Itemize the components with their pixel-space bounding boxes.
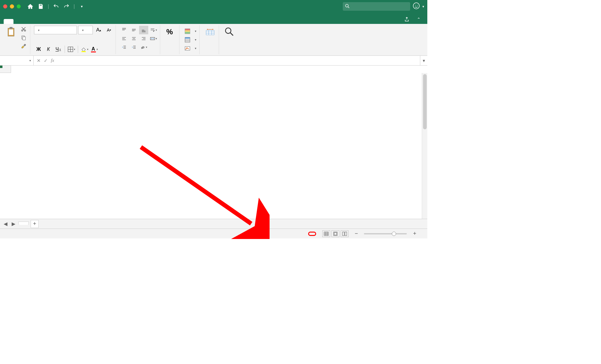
clipboard-icon [6, 26, 17, 37]
tab-review[interactable] [53, 19, 62, 24]
svg-rect-52 [206, 30, 214, 35]
merge-button[interactable] [149, 34, 158, 43]
decrease-indent-button[interactable] [119, 43, 129, 51]
undo-icon[interactable] [53, 3, 59, 10]
tab-view[interactable] [62, 19, 72, 24]
scissors-icon [21, 26, 26, 32]
tab-data[interactable] [43, 19, 53, 24]
fill-color-button[interactable] [80, 45, 89, 54]
status-sum [308, 232, 316, 236]
decrease-font-button[interactable]: A▾ [104, 26, 114, 34]
borders-button[interactable] [67, 45, 76, 54]
align-right-button[interactable] [139, 34, 148, 43]
tab-insert[interactable] [13, 19, 23, 24]
number-format-button[interactable]: % [164, 26, 177, 39]
maximize-window-button[interactable] [17, 4, 21, 9]
paste-button[interactable] [4, 26, 18, 39]
save-icon[interactable] [37, 3, 44, 10]
redo-icon[interactable] [63, 3, 70, 10]
font-name-combo[interactable]: ▾ [34, 26, 77, 34]
paintbrush-icon [21, 44, 26, 49]
cut-button[interactable] [20, 26, 27, 32]
status-bar: − + [0, 229, 427, 238]
expand-formula-bar-button[interactable]: ▾ [420, 56, 427, 65]
group-cells [202, 25, 219, 54]
zoom-out-button[interactable]: − [355, 230, 358, 237]
increase-indent-button[interactable] [129, 43, 138, 51]
user-menu-caret-icon[interactable]: ▾ [422, 5, 424, 9]
format-as-table-button[interactable] [183, 36, 198, 44]
increase-font-button[interactable]: A▴ [94, 26, 103, 34]
zoom-slider[interactable] [364, 233, 407, 234]
formula-input[interactable] [57, 58, 420, 63]
border-icon [68, 47, 73, 52]
fx-icon[interactable]: fx [51, 58, 54, 63]
accept-formula-button[interactable]: ✓ [44, 58, 48, 63]
paint-bucket-icon [81, 47, 86, 52]
vertical-scrollbar[interactable] [422, 73, 427, 219]
zoom-in-button[interactable]: + [413, 230, 416, 237]
font-size-combo[interactable]: ▾ [78, 26, 93, 34]
qat-customize-icon[interactable]: ▾ [78, 3, 85, 10]
editing-button[interactable] [223, 26, 236, 39]
bold-button[interactable]: Ж [34, 45, 43, 54]
align-middle-button[interactable] [129, 26, 138, 34]
cells-button[interactable] [203, 26, 217, 39]
copy-button[interactable] [20, 34, 27, 41]
sheet-tab[interactable] [18, 222, 29, 225]
group-font: ▾ ▾ A▴ A▾ Ж К Ч А [32, 25, 116, 54]
page-break-view-button[interactable] [341, 230, 349, 237]
svg-rect-15 [81, 51, 86, 52]
tab-home[interactable] [4, 19, 13, 24]
format-painter-button[interactable] [20, 43, 27, 50]
name-box[interactable]: ▾ [0, 56, 34, 65]
font-color-button[interactable]: А [90, 45, 99, 54]
cell-styles-icon [184, 45, 191, 51]
svg-text:ab: ab [140, 45, 145, 49]
spreadsheet-grid[interactable] [0, 66, 427, 219]
cell-styles-button[interactable] [183, 45, 198, 52]
orientation-button[interactable]: ab [139, 43, 148, 51]
group-styles [181, 25, 200, 54]
minimize-window-button[interactable] [10, 4, 14, 9]
align-top-button[interactable] [119, 26, 129, 34]
normal-view-button[interactable] [322, 230, 330, 237]
search-icon [345, 3, 350, 9]
ribbon: ▾ ▾ A▴ A▾ Ж К Ч А ab [0, 24, 427, 56]
user-smiley-icon[interactable] [413, 2, 420, 11]
share-icon [404, 17, 410, 22]
underline-button[interactable]: Ч [54, 45, 63, 54]
svg-rect-11 [23, 37, 25, 40]
window-controls [3, 4, 21, 9]
search-input[interactable] [343, 2, 410, 11]
fill-handle[interactable] [0, 66, 2, 68]
group-number: % [162, 25, 180, 54]
svg-line-58 [230, 33, 233, 36]
ribbon-tabs: ⌃ [0, 13, 427, 24]
share-button[interactable]: ⌃ [401, 15, 424, 24]
sheet-tab-bar: ◀ ▶ + [0, 219, 427, 229]
align-bottom-button[interactable] [139, 26, 148, 34]
scrollbar-thumb[interactable] [423, 74, 427, 129]
sheet-nav-prev-button[interactable]: ◀ [2, 221, 9, 227]
close-window-button[interactable] [3, 4, 7, 9]
svg-point-4 [417, 5, 418, 6]
tab-formulas[interactable] [33, 19, 43, 24]
zoom-slider-thumb[interactable] [392, 232, 396, 236]
align-center-button[interactable] [129, 34, 138, 43]
sheet-nav-next-button[interactable]: ▶ [10, 221, 17, 227]
formula-bar: ▾ ✕ ✓ fx ▾ [0, 56, 427, 66]
italic-button[interactable]: К [44, 45, 53, 54]
conditional-formatting-button[interactable] [183, 28, 198, 35]
svg-point-2 [413, 3, 419, 9]
title-bar: | | ▾ ▾ [0, 0, 427, 13]
add-sheet-button[interactable]: + [31, 220, 39, 228]
home-icon[interactable] [27, 3, 34, 10]
cancel-formula-button[interactable]: ✕ [37, 58, 41, 63]
page-layout-view-button[interactable] [331, 230, 339, 237]
ribbon-collapse-caret-icon[interactable]: ⌃ [417, 17, 421, 22]
percent-icon: % [165, 26, 176, 37]
wrap-text-button[interactable] [149, 26, 158, 34]
tab-page-layout[interactable] [23, 19, 33, 24]
align-left-button[interactable] [119, 34, 129, 43]
